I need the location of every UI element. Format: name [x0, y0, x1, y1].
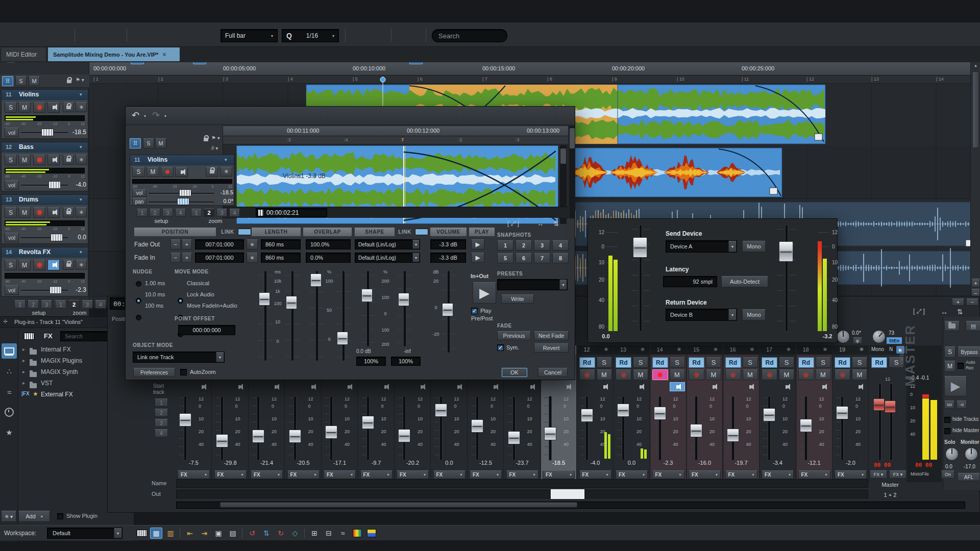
strip-solo-button[interactable]: S	[852, 357, 867, 368]
strip-fx-button[interactable]: FX▾	[506, 470, 538, 479]
strip-solo-button[interactable]: S	[816, 357, 831, 368]
marker-next-icon[interactable]: ⇥	[198, 528, 210, 539]
strip-mute-button[interactable]: M	[706, 369, 721, 380]
search-input[interactable]: Search	[432, 29, 507, 42]
strip-target-icon[interactable]: ◉	[714, 346, 720, 353]
mixer-strip-19[interactable]: 19◉RdSM120102040-2.0FX▾	[833, 345, 869, 482]
strip-monitor-button[interactable]	[414, 382, 429, 391]
quantize-dropdown[interactable]: Q1/16▾	[282, 29, 339, 42]
snapshot-button-7[interactable]: 7	[534, 253, 550, 263]
redo-caret-icon[interactable]: ▾	[164, 114, 169, 119]
shape-header[interactable]: SHAPE	[355, 228, 395, 236]
dialog-zoom-button-1[interactable]: 1	[191, 209, 202, 217]
strip-record-button[interactable]	[652, 369, 668, 380]
shape-dropdown[interactable]: Default (Lin/Log)▾	[355, 253, 420, 263]
v-scrollbar-handle[interactable]	[972, 71, 979, 148]
freeze-gear-button[interactable]: ✳	[76, 207, 87, 217]
mute-button[interactable]: M	[18, 155, 31, 165]
read-automation-button[interactable]: Rd	[798, 357, 814, 368]
strip-fx-button[interactable]: FX▾	[433, 470, 465, 479]
strip-monitor-button[interactable]	[341, 382, 356, 391]
strip-monitor-button[interactable]	[706, 382, 721, 391]
mixer-strip-16[interactable]: 16◉RdSM120102040-19.7FX▾	[724, 345, 760, 482]
strip-fx-button[interactable]: FX▾	[579, 470, 611, 479]
snapshot-button-3[interactable]: 3	[534, 240, 550, 251]
strip-solo-button[interactable]: S	[670, 357, 685, 368]
revert-button[interactable]: Revert	[534, 343, 569, 353]
strip-mute-button[interactable]: M	[852, 369, 867, 380]
dialog-setup-button-1[interactable]: 1	[137, 209, 148, 217]
gear-button[interactable]: ✳ ▾	[1, 511, 16, 522]
hide-master-checkbox[interactable]	[944, 428, 950, 434]
fader-handle[interactable]	[179, 413, 191, 427]
strip-monitor-button[interactable]	[305, 382, 320, 391]
flag-icon[interactable]: ⚑ ▾	[76, 77, 88, 85]
read-automation-button[interactable]: Rd	[871, 357, 887, 368]
strip-target-icon[interactable]: ◉	[823, 346, 829, 353]
freeze-gear-button[interactable]: ✳	[220, 167, 232, 177]
arrangement-scroll-rail[interactable]: ▲+−	[970, 62, 980, 307]
fader-handle[interactable]	[216, 434, 228, 447]
volume-value[interactable]: -3.3 dB	[430, 253, 466, 263]
fx-filter-label[interactable]: FX	[44, 332, 55, 339]
fade-asterisk-button[interactable]: ✳	[247, 253, 258, 263]
marker-set-icon[interactable]: ▣	[212, 528, 225, 539]
fade-minus-button[interactable]: −	[170, 253, 181, 263]
save-button[interactable]: ▤	[966, 321, 980, 331]
monitor-speaker-button[interactable]	[47, 207, 60, 218]
volume-header[interactable]: VOLUME	[430, 228, 467, 236]
presets-dropdown[interactable]: ▾	[497, 279, 568, 290]
strip-record-button[interactable]	[579, 369, 595, 380]
lock-button[interactable]	[63, 102, 74, 112]
strip-record-button[interactable]	[798, 369, 814, 380]
track-header-block[interactable]: 12Bass▾SM✳-60-40-20-10012vol-4.0	[1, 142, 88, 191]
play-header[interactable]: PLAY	[469, 228, 495, 236]
next-fade-button[interactable]: Next Fade	[534, 331, 569, 340]
mixer-strip-14[interactable]: 14◉RdSM120102040-2.3FX▾	[651, 345, 687, 482]
strip-target-icon[interactable]: ◉	[677, 346, 683, 353]
overlap-value[interactable]: 0.0%	[306, 253, 351, 263]
nudge-radio[interactable]	[136, 315, 141, 320]
strip-record-button[interactable]	[689, 369, 704, 380]
aux-row-button-2[interactable]: 2	[155, 409, 168, 417]
add-plugin-button[interactable]: Add▾	[18, 511, 50, 522]
overlap-header[interactable]: OVERLAP	[303, 228, 352, 236]
strip-target-icon[interactable]: ◉	[604, 346, 610, 353]
overlap-value[interactable]: 100.0%	[306, 239, 351, 249]
mute-button[interactable]: M	[146, 167, 159, 177]
sym-checkbox[interactable]: ✓	[497, 344, 504, 351]
lock-button[interactable]	[63, 207, 74, 217]
dialog-setup-button-2[interactable]: 2	[150, 209, 160, 217]
length-in-slider[interactable]	[286, 296, 297, 309]
vol-slider-handle[interactable]	[51, 234, 63, 241]
show-plugin-checkbox[interactable]	[57, 513, 63, 519]
strip-mute-button[interactable]: M	[670, 369, 685, 380]
nudge-radio[interactable]	[136, 281, 141, 287]
dialog-title-bar[interactable]	[126, 107, 575, 125]
expand-caret-icon[interactable]: ▸	[22, 369, 28, 375]
master-solo-button[interactable]: S	[944, 346, 955, 358]
grid-view-icon[interactable]: ▦	[150, 528, 162, 539]
link-toggle[interactable]	[238, 229, 251, 235]
dialog-mute-all[interactable]: M	[155, 138, 166, 148]
object-lasso-icon[interactable]: ◇	[289, 528, 301, 539]
strip-fx-button[interactable]: FX▾	[798, 470, 830, 479]
dialog-arrows-v-icon[interactable]: ⇅	[553, 220, 565, 228]
link2-header[interactable]: LINK	[396, 228, 413, 236]
fader-handle[interactable]	[654, 407, 666, 420]
rail-computer-icon[interactable]	[2, 343, 17, 359]
freeze-gear-button[interactable]: ✳	[76, 155, 87, 165]
dialog-arrows-h-icon[interactable]: ↔	[537, 220, 548, 228]
strip-fx-button[interactable]: FX▾	[324, 470, 356, 479]
strip-monitor-button[interactable]	[560, 382, 575, 391]
piano-filter-icon[interactable]	[22, 331, 36, 341]
mixer-plus-button[interactable]: +	[952, 298, 964, 306]
strip-number-row[interactable]: 13◉	[614, 345, 649, 355]
lock-icon[interactable]	[64, 77, 74, 85]
strip-monitor-button[interactable]	[633, 382, 648, 391]
strip-monitor-button[interactable]	[487, 382, 502, 391]
strip-fx-button[interactable]: FX▾	[214, 470, 247, 479]
track-header-block[interactable]: 11Violins▾SM✳-60-40-20-10012vol-18.5	[1, 89, 88, 139]
read-automation-button[interactable]: Rd	[725, 357, 741, 368]
read-automation-button[interactable]: Rd	[835, 357, 850, 368]
